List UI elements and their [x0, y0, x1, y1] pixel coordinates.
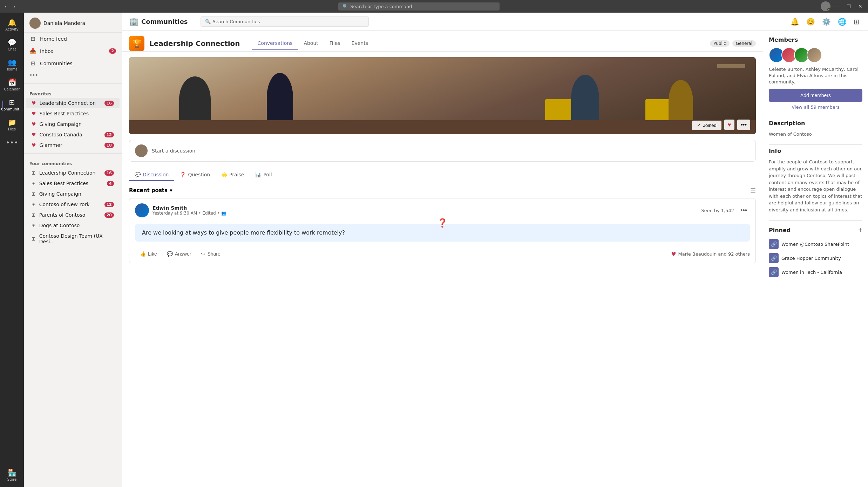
- like-button[interactable]: 👍 Like: [135, 249, 162, 259]
- add-members-button[interactable]: Add members: [769, 89, 862, 102]
- rail-item-activity[interactable]: 🔔 Activity: [2, 15, 22, 34]
- title-bar-search[interactable]: 🔍 Search or type a command: [338, 2, 500, 11]
- checkmark-icon: ✓: [697, 123, 701, 128]
- share-icon: ↪: [201, 251, 205, 257]
- user-avatar-titlebar[interactable]: [821, 1, 830, 11]
- sidebar-item-canada-label: Constoso Canada: [40, 132, 82, 137]
- post-author-info: Edwin Smith Yesterday at 9:30 AM • Edite…: [152, 205, 226, 216]
- divider-1: [24, 83, 122, 84]
- pinned-item-grace-hopper[interactable]: 🔗 Grace Hopper Community: [769, 251, 862, 265]
- sidebar-header: Daniela Mandera: [24, 13, 122, 33]
- joined-button[interactable]: ✓ Joined: [692, 121, 721, 130]
- grid-app-button[interactable]: ⊞: [852, 16, 861, 27]
- sidebar-item-constoso-canada[interactable]: ♥ Constoso Canada 12: [26, 129, 120, 140]
- sidebar-nav-inbox[interactable]: 📥 Inbox 2: [24, 45, 122, 57]
- rail-item-store[interactable]: 🏪 Store: [2, 466, 22, 484]
- post-timestamp: Yesterday at 9:30 AM: [152, 211, 197, 216]
- maximize-button[interactable]: ☐: [844, 1, 854, 11]
- tab-conversations[interactable]: Conversations: [252, 37, 298, 50]
- close-button[interactable]: ✕: [855, 1, 865, 11]
- rail-item-calendar[interactable]: 📅 Calendar: [2, 75, 22, 94]
- pinned-add-button[interactable]: +: [858, 226, 862, 234]
- post-type-praise[interactable]: 🌟 Praise: [216, 169, 250, 181]
- canada-badge: 12: [104, 132, 114, 137]
- header-search[interactable]: 🔍 Search Communities: [201, 16, 369, 27]
- community-logo-icon: 🏆: [132, 39, 142, 48]
- notification-bell-button[interactable]: 🔔: [789, 16, 801, 27]
- sidebar-item-gc-2[interactable]: ⊞ Giving Campaign: [26, 189, 120, 199]
- sidebar-item-glammer[interactable]: ♥ Glammer 18: [26, 140, 120, 150]
- rail-item-more[interactable]: •••: [2, 135, 22, 149]
- pinned-item-women-tech[interactable]: 🔗 Women in Tech - California: [769, 265, 862, 279]
- sidebar-item-giving-campaign[interactable]: ♥ Giving Campaign: [26, 119, 120, 129]
- sidebar-item-gc2-label: Giving Campaign: [39, 191, 81, 197]
- sidebar-item-design-team[interactable]: ⊞ Contoso Design Team (UX Desi...: [26, 231, 120, 247]
- tab-about[interactable]: About: [298, 37, 324, 50]
- online-status-dot: [827, 8, 830, 11]
- sidebar-nav-communities[interactable]: ⊞ Communities: [24, 57, 122, 69]
- globe-button[interactable]: 🌐: [836, 16, 848, 27]
- favorite-button[interactable]: ♥: [724, 120, 735, 130]
- rail-item-chat[interactable]: 💬 Chat: [2, 35, 22, 54]
- post-reactions: ♥ Marie Beaudouin and 92 others: [671, 251, 750, 257]
- view-all-members-link[interactable]: View all 59 members: [769, 104, 862, 110]
- sidebar-item-ny-label: Contoso of New York: [39, 202, 90, 207]
- sidebar-item-sales-best-practices[interactable]: ♥ Sales Best Practices: [26, 108, 120, 119]
- post-header: Edwin Smith Yesterday at 9:30 AM • Edite…: [129, 198, 755, 221]
- post-more-button[interactable]: •••: [738, 205, 750, 216]
- recent-posts-label: Recent posts: [129, 187, 168, 194]
- sidebar-item-dogs[interactable]: ⊞ Dogs at Contoso: [26, 220, 120, 231]
- community-panel: 🏆 Leadership Connection Conversations Ab…: [122, 31, 763, 487]
- answer-button[interactable]: 💬 Answer: [162, 249, 196, 259]
- rp-divider-2: [769, 144, 862, 145]
- back-button[interactable]: ‹: [3, 3, 9, 10]
- rail-item-communities[interactable]: ⊞ Communit...: [2, 95, 22, 114]
- settings-button[interactable]: ⚙️: [821, 16, 832, 27]
- sidebar-item-lc-2[interactable]: ⊞ Leadership Connection 16: [26, 168, 120, 178]
- discussion-icon: 💬: [135, 172, 141, 177]
- post-type-tabs: 💬 Discussion ❓ Question 🌟 Praise 📊 Poll: [129, 166, 756, 181]
- share-button[interactable]: ↪ Share: [196, 249, 225, 259]
- sidebar-item-giving-label: Giving Campaign: [40, 121, 82, 127]
- pinned-title: Pinned: [769, 227, 791, 234]
- sidebar-more-button[interactable]: •••: [24, 69, 122, 81]
- rp-divider-1: [769, 117, 862, 117]
- post-type-poll[interactable]: 📊 Poll: [250, 169, 277, 181]
- pinned-item-sharepoint[interactable]: 🔗 Women @Contoso SharePoint: [769, 237, 862, 251]
- answer-label: Answer: [175, 251, 191, 257]
- post-author-avatar: [135, 203, 149, 217]
- emoji-button[interactable]: 😊: [805, 16, 816, 27]
- sidebar-item-sbp-2[interactable]: ⊞ Sales Best Practices 4: [26, 178, 120, 189]
- members-avatars: [769, 47, 862, 63]
- sidebar-item-sbp2-label: Sales Best Practices: [39, 181, 88, 186]
- sidebar-item-parents[interactable]: ⊞ Parents of Contoso 20: [26, 210, 120, 220]
- minimize-button[interactable]: —: [832, 1, 842, 11]
- recent-posts-header: Recent posts ▾ ☰: [129, 187, 756, 194]
- post-type-discussion[interactable]: 💬 Discussion: [129, 169, 174, 181]
- grid-icon-6: ⊞: [32, 223, 36, 228]
- recent-posts-dropdown[interactable]: Recent posts ▾: [129, 187, 172, 194]
- grid-icon-1: ⊞: [32, 170, 36, 176]
- sidebar-item-dogs-label: Dogs at Contoso: [39, 223, 80, 228]
- tab-events[interactable]: Events: [346, 37, 374, 50]
- current-user-avatar: [135, 144, 148, 157]
- filter-icon[interactable]: ☰: [750, 187, 756, 194]
- sidebar-item-leadership-connection[interactable]: ♥ Leadership Connection 16: [26, 98, 120, 108]
- home-feed-icon: ⊟: [29, 35, 36, 42]
- member-avatar-4: [807, 47, 822, 63]
- post-type-question[interactable]: ❓ Question: [174, 169, 216, 181]
- inbox-badge: 2: [109, 48, 116, 54]
- post-author-name: Edwin Smith: [152, 205, 226, 211]
- sidebar-nav-home-feed[interactable]: ⊟ Home feed: [24, 33, 122, 45]
- sidebar-item-sales-label: Sales Best Practices: [40, 111, 89, 116]
- tab-badges: Public General: [710, 40, 756, 47]
- rail-item-teams[interactable]: 👥 Teams: [2, 55, 22, 74]
- content-split: 🏆 Leadership Connection Conversations Ab…: [122, 31, 868, 487]
- rail-item-files[interactable]: 📁 Files: [2, 115, 22, 134]
- sidebar-item-contoso-ny[interactable]: ⊞ Contoso of New York 12: [26, 199, 120, 210]
- more-options-button[interactable]: •••: [737, 120, 750, 130]
- rail-item-files-label: Files: [8, 127, 16, 131]
- tab-files[interactable]: Files: [324, 37, 346, 50]
- start-discussion-bar[interactable]: Start a discussion: [129, 140, 756, 162]
- forward-button[interactable]: ›: [12, 3, 18, 10]
